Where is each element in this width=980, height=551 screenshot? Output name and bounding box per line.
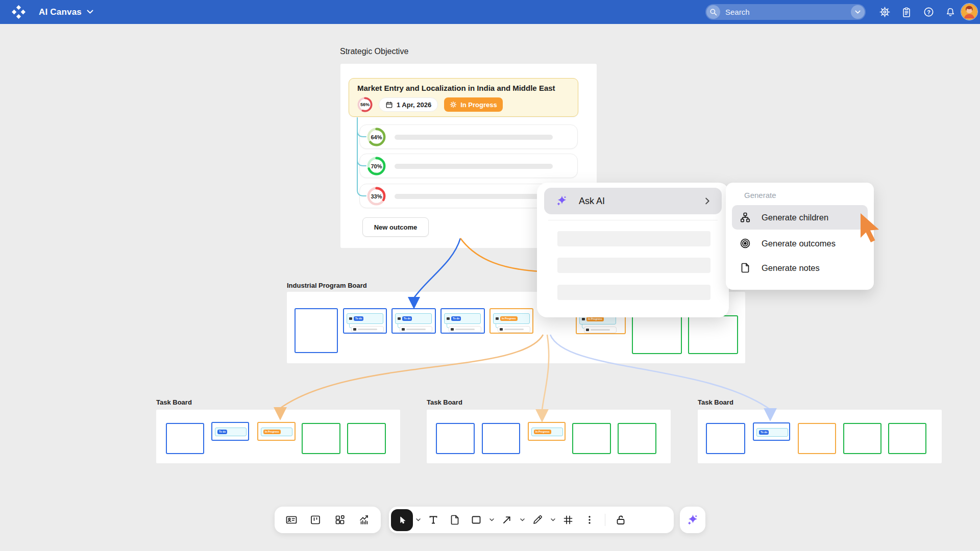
placeholder-text	[455, 329, 475, 330]
help-icon: ?	[923, 6, 935, 18]
kanban-widget-button[interactable]	[305, 510, 326, 530]
more-tools-button[interactable]	[579, 510, 600, 530]
pen-tool-options[interactable]	[549, 510, 557, 530]
task-card-empty[interactable]	[798, 423, 836, 454]
drag-handle-icon	[398, 317, 401, 320]
id-card-icon	[285, 514, 298, 526]
task-board-label: Task Board	[427, 398, 462, 406]
connector-tool-button[interactable]	[497, 510, 517, 530]
outcome-row[interactable]: 64%	[359, 124, 578, 149]
mini-task: In Progress	[531, 428, 563, 436]
kanban-icon	[309, 514, 322, 526]
program-card[interactable]: To do	[440, 308, 485, 334]
drag-handle-icon	[349, 317, 352, 320]
task-card-empty[interactable]	[843, 423, 881, 454]
menu-placeholder-item	[557, 258, 710, 273]
board-switcher[interactable]: AI Canvas	[39, 0, 93, 24]
placeholder-text	[406, 329, 426, 330]
in-progress-badge: In Progress	[534, 430, 551, 434]
outcome-row[interactable]: 70%	[359, 154, 578, 178]
select-tool-button[interactable]	[391, 509, 413, 531]
mini-subtask	[584, 327, 617, 333]
program-card[interactable]: In Progress	[489, 308, 533, 334]
note-icon	[739, 262, 751, 274]
program-card-empty[interactable]	[295, 308, 338, 353]
ask-ai-menu-item[interactable]: Ask AI	[544, 188, 722, 214]
task-card-empty[interactable]	[347, 423, 386, 454]
grid-icon	[562, 514, 574, 526]
task-card-empty[interactable]	[482, 423, 520, 454]
todo-badge: To do	[759, 430, 769, 435]
text-icon	[427, 514, 439, 526]
task-card-empty[interactable]	[888, 423, 926, 454]
blocks-widget-button[interactable]	[330, 510, 350, 530]
blocks-icon	[334, 514, 346, 526]
document-tool-button[interactable]	[445, 510, 465, 530]
program-card[interactable]: To do	[391, 308, 436, 334]
chevron-down-icon	[87, 10, 93, 14]
program-card[interactable]: To do	[343, 308, 387, 334]
chevron-down-icon	[489, 518, 494, 521]
unlock-icon	[615, 514, 627, 526]
settings-button[interactable]	[876, 0, 893, 24]
mini-subtask	[449, 326, 481, 333]
task-card-empty[interactable]	[706, 423, 745, 454]
mini-subtask	[351, 326, 384, 333]
program-card-empty[interactable]	[632, 315, 682, 354]
generate-children-item[interactable]: Generate children	[732, 205, 868, 230]
gear-icon	[879, 6, 891, 18]
shape-tool-options[interactable]	[487, 510, 496, 530]
pen-tool-button[interactable]	[527, 510, 548, 530]
program-card-empty[interactable]	[688, 315, 738, 354]
menu-placeholder-item	[557, 231, 710, 246]
generate-notes-item[interactable]: Generate notes	[732, 256, 868, 280]
task-card-empty[interactable]	[572, 423, 611, 454]
due-date: 1 Apr, 2026	[397, 101, 431, 109]
task-card[interactable]: To do	[211, 422, 249, 441]
in-progress-badge: In Progress	[586, 317, 604, 321]
notes-button[interactable]	[898, 0, 915, 24]
connector-tool-options[interactable]	[518, 510, 526, 530]
task-card-empty[interactable]	[166, 423, 204, 454]
search-input[interactable]: Search	[705, 4, 866, 20]
task-card[interactable]: In Progress	[257, 422, 296, 441]
generate-outcomes-item[interactable]: Generate outcomes	[732, 232, 868, 255]
task-card[interactable]: To do	[753, 422, 790, 441]
ai-assistant-button[interactable]	[680, 507, 705, 533]
task-card-empty[interactable]	[436, 423, 475, 454]
search-placeholder: Search	[725, 8, 851, 16]
todo-badge: To do	[402, 316, 412, 321]
mini-task: In Progress	[493, 313, 530, 324]
objective-meta-row: 56% 1 Apr, 2026 In	[357, 97, 503, 112]
notifications-button[interactable]	[942, 0, 959, 24]
objective-card[interactable]: Market Entry and Localization in India a…	[349, 78, 578, 117]
select-tool-options[interactable]	[414, 510, 422, 530]
drag-handle-icon	[582, 318, 585, 320]
drag-handle-icon	[496, 317, 499, 320]
menu-placeholder-item	[557, 285, 710, 300]
search-options-button[interactable]	[851, 5, 865, 19]
task-card-empty[interactable]	[618, 423, 656, 454]
frame-tool-button[interactable]	[558, 510, 578, 530]
task-card[interactable]: In Progress	[528, 422, 566, 441]
drag-handle-icon	[353, 328, 356, 331]
app-logo-icon[interactable]	[11, 5, 26, 19]
new-outcome-button[interactable]: New outcome	[362, 217, 429, 237]
card-widget-button[interactable]	[281, 510, 302, 530]
status-badge[interactable]: In Progress	[444, 97, 503, 112]
top-bar: AI Canvas Search	[0, 0, 980, 24]
mini-task: To do	[756, 428, 788, 437]
avatar[interactable]	[961, 3, 978, 20]
text-tool-button[interactable]	[423, 510, 444, 530]
drag-handle-icon	[451, 328, 454, 331]
task-card-empty[interactable]	[302, 423, 340, 454]
sparkles-icon	[686, 513, 700, 527]
shape-tool-button[interactable]	[466, 510, 486, 530]
avatar-image	[961, 4, 977, 20]
in-progress-badge: In Progress	[263, 430, 281, 434]
chart-widget-button[interactable]	[354, 510, 374, 530]
lock-button[interactable]	[610, 510, 631, 530]
status-label: In Progress	[460, 101, 497, 109]
help-button[interactable]: ?	[920, 0, 937, 24]
due-date-chip[interactable]: 1 Apr, 2026	[379, 97, 438, 112]
